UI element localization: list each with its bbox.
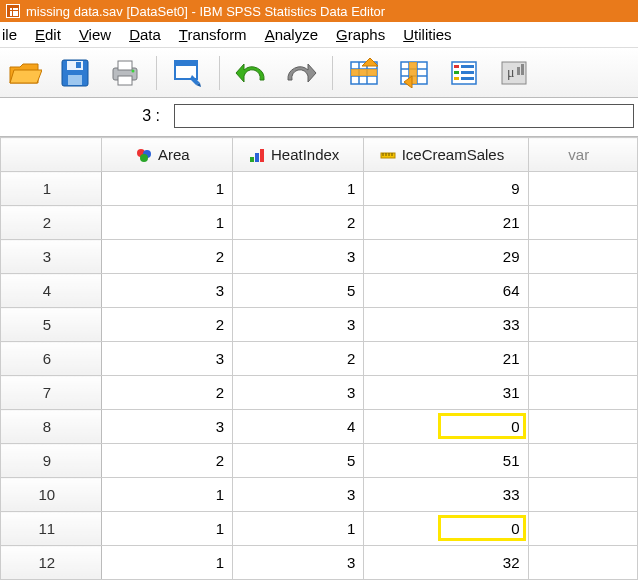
cell-value-input[interactable] bbox=[174, 104, 634, 128]
table-row: 21221 bbox=[1, 206, 638, 240]
row-header[interactable]: 12 bbox=[1, 546, 102, 580]
row-header[interactable]: 3 bbox=[1, 240, 102, 274]
column-header-row: Area HeatIndex IceCreamSales va bbox=[1, 138, 638, 172]
cell-heatindex[interactable]: 3 bbox=[233, 478, 364, 512]
cell-empty-var[interactable] bbox=[528, 308, 637, 342]
svg-rect-29 bbox=[461, 65, 474, 68]
cell-empty-var[interactable] bbox=[528, 546, 637, 580]
row-header[interactable]: 6 bbox=[1, 342, 102, 376]
undo-button[interactable] bbox=[232, 54, 270, 92]
cell-area[interactable]: 2 bbox=[101, 376, 232, 410]
goto-variable-button[interactable] bbox=[395, 54, 433, 92]
run-stats-icon: μ bbox=[499, 59, 529, 87]
cell-heatindex[interactable]: 4 bbox=[233, 410, 364, 444]
cell-area[interactable]: 3 bbox=[101, 410, 232, 444]
cell-area[interactable]: 1 bbox=[101, 512, 232, 546]
save-disk-icon bbox=[60, 58, 90, 88]
goto-case-button[interactable] bbox=[345, 54, 383, 92]
column-label: var bbox=[568, 146, 589, 163]
data-grid[interactable]: Area HeatIndex IceCreamSales va bbox=[0, 136, 638, 580]
row-header[interactable]: 11 bbox=[1, 512, 102, 546]
cell-empty-var[interactable] bbox=[528, 376, 637, 410]
cell-icecreamsales[interactable]: 21 bbox=[364, 206, 528, 240]
cell-icecreamsales[interactable]: 0 bbox=[364, 512, 528, 546]
row-header[interactable]: 9 bbox=[1, 444, 102, 478]
menu-transform[interactable]: Transform bbox=[179, 26, 247, 43]
svg-rect-30 bbox=[454, 71, 459, 74]
cell-icecreamsales[interactable]: 51 bbox=[364, 444, 528, 478]
row-header[interactable]: 4 bbox=[1, 274, 102, 308]
cell-empty-var[interactable] bbox=[528, 444, 637, 478]
cell-empty-var[interactable] bbox=[528, 410, 637, 444]
column-header-area[interactable]: Area bbox=[101, 138, 232, 172]
cell-empty-var[interactable] bbox=[528, 206, 637, 240]
column-header-heatindex[interactable]: HeatIndex bbox=[233, 138, 364, 172]
cell-heatindex[interactable]: 3 bbox=[233, 546, 364, 580]
cell-icecreamsales[interactable]: 31 bbox=[364, 376, 528, 410]
cell-area[interactable]: 1 bbox=[101, 206, 232, 240]
save-button[interactable] bbox=[56, 54, 94, 92]
cell-icecreamsales[interactable]: 29 bbox=[364, 240, 528, 274]
cell-icecreamsales[interactable]: 32 bbox=[364, 546, 528, 580]
cell-heatindex[interactable]: 2 bbox=[233, 342, 364, 376]
svg-rect-8 bbox=[76, 62, 81, 68]
menu-analyze[interactable]: Analyze bbox=[265, 26, 318, 43]
toolbar-separator bbox=[156, 56, 157, 90]
svg-text:μ: μ bbox=[507, 65, 515, 80]
cell-area[interactable]: 3 bbox=[101, 342, 232, 376]
cell-icecreamsales[interactable]: 64 bbox=[364, 274, 528, 308]
print-button[interactable] bbox=[106, 54, 144, 92]
nominal-icon bbox=[136, 147, 152, 163]
cell-area[interactable]: 2 bbox=[101, 444, 232, 478]
cell-empty-var[interactable] bbox=[528, 172, 637, 206]
cell-empty-var[interactable] bbox=[528, 478, 637, 512]
svg-rect-36 bbox=[517, 67, 520, 75]
menu-utilities[interactable]: Utilities bbox=[403, 26, 451, 43]
cell-empty-var[interactable] bbox=[528, 342, 637, 376]
cell-icecreamsales[interactable]: 21 bbox=[364, 342, 528, 376]
cell-heatindex[interactable]: 1 bbox=[233, 512, 364, 546]
row-header[interactable]: 10 bbox=[1, 478, 102, 512]
corner-header[interactable] bbox=[1, 138, 102, 172]
row-header[interactable]: 1 bbox=[1, 172, 102, 206]
cell-heatindex[interactable]: 3 bbox=[233, 308, 364, 342]
cell-heatindex[interactable]: 3 bbox=[233, 240, 364, 274]
cell-icecreamsales[interactable]: 0 bbox=[364, 410, 528, 444]
cell-heatindex[interactable]: 5 bbox=[233, 444, 364, 478]
cell-area[interactable]: 3 bbox=[101, 274, 232, 308]
row-header[interactable]: 8 bbox=[1, 410, 102, 444]
row-header[interactable]: 7 bbox=[1, 376, 102, 410]
row-header[interactable]: 2 bbox=[1, 206, 102, 240]
redo-button[interactable] bbox=[282, 54, 320, 92]
cell-area[interactable]: 2 bbox=[101, 308, 232, 342]
cell-area[interactable]: 1 bbox=[101, 478, 232, 512]
cell-heatindex[interactable]: 5 bbox=[233, 274, 364, 308]
column-header-icecream[interactable]: IceCreamSales bbox=[364, 138, 528, 172]
cell-heatindex[interactable]: 2 bbox=[233, 206, 364, 240]
recall-dialog-button[interactable] bbox=[169, 54, 207, 92]
run-desc-button[interactable]: μ bbox=[495, 54, 533, 92]
open-button[interactable] bbox=[6, 54, 44, 92]
svg-rect-31 bbox=[461, 71, 474, 74]
row-header[interactable]: 5 bbox=[1, 308, 102, 342]
cell-empty-var[interactable] bbox=[528, 274, 637, 308]
cell-empty-var[interactable] bbox=[528, 240, 637, 274]
cell-area[interactable]: 2 bbox=[101, 240, 232, 274]
variables-button[interactable] bbox=[445, 54, 483, 92]
cell-heatindex[interactable]: 1 bbox=[233, 172, 364, 206]
cell-heatindex[interactable]: 3 bbox=[233, 376, 364, 410]
cell-area[interactable]: 1 bbox=[101, 546, 232, 580]
cell-empty-var[interactable] bbox=[528, 512, 637, 546]
cell-icecreamsales[interactable]: 33 bbox=[364, 478, 528, 512]
menu-graphs[interactable]: Graphs bbox=[336, 26, 385, 43]
menu-edit[interactable]: Edit bbox=[35, 26, 61, 43]
menu-data-rest: ata bbox=[140, 26, 161, 43]
cell-area[interactable]: 1 bbox=[101, 172, 232, 206]
table-row: 52333 bbox=[1, 308, 638, 342]
menu-file[interactable]: ile bbox=[2, 26, 17, 43]
cell-icecreamsales[interactable]: 9 bbox=[364, 172, 528, 206]
menu-data[interactable]: Data bbox=[129, 26, 161, 43]
menu-view[interactable]: View bbox=[79, 26, 111, 43]
cell-icecreamsales[interactable]: 33 bbox=[364, 308, 528, 342]
column-header-empty-var[interactable]: var bbox=[528, 138, 637, 172]
